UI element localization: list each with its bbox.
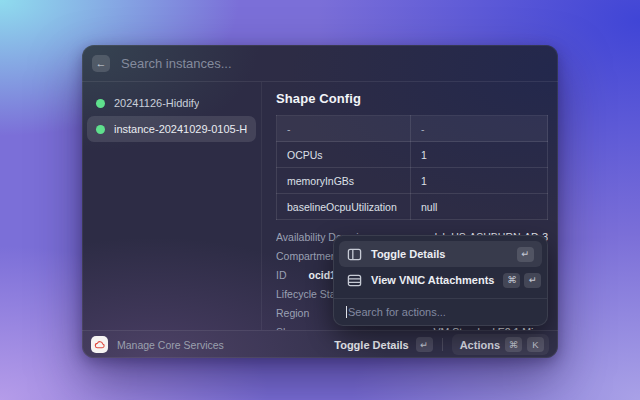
sidebar-toggle-icon — [347, 247, 362, 262]
back-arrow-icon: ← — [96, 58, 107, 69]
instance-list: 20241126-Hiddify instance-20241029-0105-… — [82, 82, 262, 330]
cmd-key-badge: ⌘ — [503, 273, 520, 288]
enter-key-badge: ↵ — [517, 247, 534, 262]
action-item-toggle-details[interactable]: Toggle Details ↵ — [339, 241, 542, 267]
action-label: Toggle Details — [371, 248, 508, 260]
table-cell-key: baselineOcpuUtilization — [277, 194, 411, 220]
actions-menu-label: Actions — [460, 339, 500, 351]
list-item-instance[interactable]: 20241126-Hiddify — [87, 90, 256, 116]
action-label: View VNIC Attachments — [371, 274, 494, 286]
actions-menu-button[interactable]: Actions ⌘ K — [452, 334, 549, 355]
table-cell-value: null — [411, 194, 548, 220]
meta-label: Region — [276, 307, 309, 319]
section-title: Shape Config — [276, 91, 548, 106]
header: ← — [82, 45, 558, 82]
table-cell-key: - — [277, 116, 411, 142]
status-dot-icon — [96, 99, 105, 108]
instance-name: 20241126-Hiddify — [114, 97, 199, 109]
footer-actions: Toggle Details ↵ Actions ⌘ K — [334, 334, 549, 355]
table-cell-key: OCPUs — [277, 142, 411, 168]
table-cell-key: memoryInGBs — [277, 168, 411, 194]
rows-icon — [347, 273, 362, 288]
enter-key-badge: ↵ — [524, 273, 541, 288]
footer-divider — [442, 338, 443, 351]
actions-popup: Toggle Details ↵ View VNIC Attachments ⌘… — [333, 235, 548, 326]
text-cursor — [346, 306, 347, 318]
app-name: Manage Core Services — [117, 339, 334, 351]
action-item-view-vnic[interactable]: View VNIC Attachments ⌘ ↵ — [339, 267, 542, 293]
actions-search-input[interactable] — [348, 306, 535, 318]
launcher-window: ← 20241126-Hiddify instance-20241029-010… — [82, 45, 558, 358]
table-row: memoryInGBs 1 — [277, 168, 548, 194]
actions-search-row — [334, 298, 547, 325]
primary-action-label: Toggle Details — [334, 339, 408, 351]
table-cell-value: 1 — [411, 142, 548, 168]
shape-config-table: - - OCPUs 1 memoryInGBs 1 baselineOcpuUt… — [276, 115, 548, 220]
meta-label: ID — [276, 269, 287, 281]
table-row: OCPUs 1 — [277, 142, 548, 168]
oracle-cloud-icon — [91, 336, 108, 353]
actions-popup-list: Toggle Details ↵ View VNIC Attachments ⌘… — [334, 236, 547, 298]
footer-bar: Manage Core Services Toggle Details ↵ Ac… — [82, 330, 558, 358]
status-dot-icon — [96, 125, 105, 134]
table-row: - - — [277, 116, 548, 142]
instance-name: instance-20241029-0105-Hesti… — [114, 123, 247, 135]
table-cell-value: 1 — [411, 168, 548, 194]
cmd-key-badge: ⌘ — [505, 337, 522, 352]
list-item-instance-selected[interactable]: instance-20241029-0105-Hesti… — [87, 116, 256, 142]
primary-action-button[interactable]: Toggle Details ↵ — [334, 337, 432, 352]
enter-key-badge: ↵ — [416, 337, 433, 352]
table-row: baselineOcpuUtilization null — [277, 194, 548, 220]
table-cell-value: - — [411, 116, 548, 142]
k-key-badge: K — [527, 337, 544, 352]
back-button[interactable]: ← — [92, 55, 110, 72]
search-input[interactable] — [121, 56, 548, 71]
